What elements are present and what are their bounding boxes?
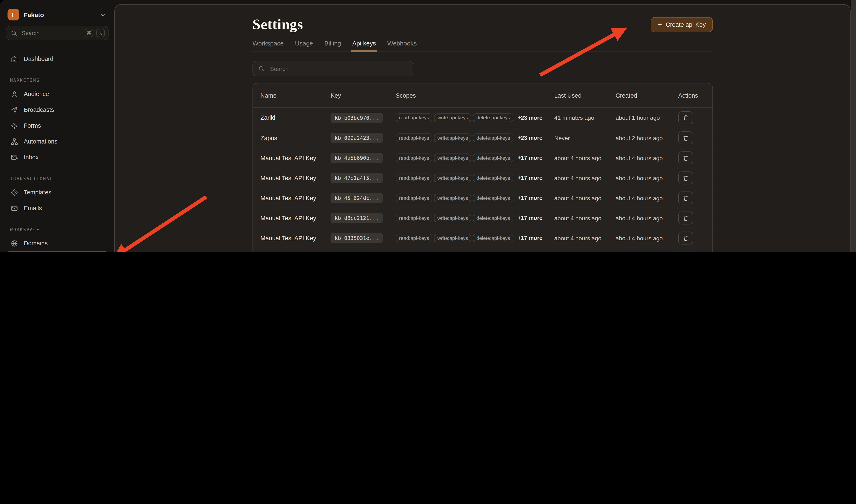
last-used: 41 minutes ago	[554, 114, 616, 121]
sidebar-item-label: Emails	[24, 205, 42, 212]
actions-cell	[678, 151, 712, 164]
last-used: about 4 hours ago	[554, 235, 616, 241]
api-key-cell: kb_d8cc2121...	[331, 213, 396, 223]
tab-billing[interactable]: Billing	[324, 40, 341, 51]
actions-cell	[678, 192, 712, 204]
scope-chip-delete-api-keys: delete:api-keys	[473, 113, 513, 122]
last-used: about 4 hours ago	[554, 155, 616, 161]
delete-key-button[interactable]	[678, 131, 693, 144]
table-search[interactable]	[252, 61, 413, 76]
delete-key-button[interactable]	[678, 232, 693, 245]
scope-chip-read-api-keys: read:api-keys	[396, 214, 432, 222]
column-header-actions: Actions	[678, 92, 712, 99]
delete-key-button[interactable]	[678, 172, 693, 184]
page-title: Settings	[252, 16, 303, 33]
sidebar-item-broadcasts[interactable]: Broadcasts	[6, 102, 108, 118]
sidebar-search-input[interactable]	[21, 30, 82, 36]
api-key-value[interactable]: kb_4a5b690b...	[331, 153, 383, 163]
scrollbar-track[interactable]	[851, 0, 856, 252]
scopes-cell: read:api-keyswrite:api-keysdelete:api-ke…	[396, 214, 554, 222]
sidebar-nav: DashboardMARKETINGAudienceBroadcastsForm…	[6, 51, 108, 252]
delete-key-button[interactable]	[678, 212, 693, 224]
api-key-cell: kb_45f624dc...	[331, 193, 396, 203]
sidebar-item-inbox[interactable]: Inbox	[6, 149, 108, 165]
sidebar-item-domains[interactable]: Domains	[6, 235, 108, 251]
scopes-more-count: +17 more	[518, 235, 542, 241]
delete-key-button[interactable]	[678, 111, 693, 124]
kbd-command: ⌘	[85, 29, 93, 37]
tab-workspace[interactable]: Workspace	[252, 40, 284, 51]
trash-icon	[682, 175, 689, 181]
created: about 2 hours ago	[616, 134, 678, 141]
sidebar-item-dashboard[interactable]: Dashboard	[6, 51, 108, 67]
last-used: Never	[554, 134, 616, 141]
created: about 4 hours ago	[616, 195, 678, 201]
delete-key-button[interactable]	[678, 192, 693, 204]
column-header-name: Name	[261, 92, 331, 99]
inbox-icon	[11, 153, 18, 161]
sidebar-item-label: Templates	[24, 189, 51, 196]
scopes-cell: read:api-keyswrite:api-keysdelete:api-ke…	[396, 234, 554, 242]
scopes-cell: read:api-keyswrite:api-keysdelete:api-ke…	[396, 194, 554, 202]
table-row: Manual Test API Keykb_0335031e...read:ap…	[253, 228, 712, 248]
sidebar-item-forms[interactable]: Forms	[6, 118, 108, 133]
section-label-transactional: TRANSACTIONAL	[10, 176, 104, 181]
tab-webhooks[interactable]: Webhooks	[387, 40, 417, 51]
api-key-name: Zapos	[261, 134, 331, 141]
sidebar-item-label: Domains	[24, 240, 48, 247]
table-row: Manual Test API Keykb_74965845...read:ap…	[253, 248, 712, 252]
actions-cell	[678, 212, 712, 224]
table-search-input[interactable]	[269, 65, 408, 72]
scopes-cell: read:api-keyswrite:api-keysdelete:api-ke…	[396, 154, 554, 162]
scope-chip-delete-api-keys: delete:api-keys	[473, 133, 513, 142]
sidebar-item-settings[interactable]: Settings	[6, 251, 108, 252]
api-key-name: Manual Test API Key	[261, 235, 331, 241]
table-body: Zarikikb_b03bc970...read:api-keyswrite:a…	[253, 108, 712, 252]
actions-cell	[678, 232, 712, 245]
scope-chip-read-api-keys: read:api-keys	[396, 194, 432, 202]
actions-cell	[678, 131, 712, 144]
api-key-value[interactable]: kb_45f624dc...	[331, 193, 383, 203]
scope-chip-write-api-keys: write:api-keys	[434, 214, 471, 222]
home-icon	[11, 55, 18, 63]
scope-chip-read-api-keys: read:api-keys	[396, 113, 432, 122]
api-key-value[interactable]: kb_b03bc970...	[331, 112, 383, 123]
scope-chip-write-api-keys: write:api-keys	[434, 174, 471, 182]
sidebar-item-audience[interactable]: Audience	[6, 86, 108, 102]
api-key-value[interactable]: kb_47e1a4f5...	[331, 173, 383, 183]
scope-chip-delete-api-keys: delete:api-keys	[473, 194, 513, 202]
sidebar-item-templates[interactable]: Templates	[6, 184, 108, 200]
api-key-cell: kb_47e1a4f5...	[331, 173, 396, 183]
tab-api-keys[interactable]: Api keys	[352, 40, 376, 51]
delete-key-button[interactable]	[678, 151, 693, 164]
sidebar-item-emails[interactable]: Emails	[6, 200, 108, 216]
api-key-cell: kb_099a2423...	[331, 133, 396, 143]
diamonds-icon	[11, 122, 18, 129]
main-panel: Settings + Create api Key WorkspaceUsage…	[114, 4, 851, 252]
scopes-more-count: +17 more	[518, 195, 542, 201]
delete-key-button[interactable]	[678, 252, 693, 252]
scopes-more-count: +23 more	[518, 135, 542, 141]
plus-icon: +	[658, 20, 662, 29]
api-key-value[interactable]: kb_d8cc2121...	[331, 213, 383, 223]
last-used: about 4 hours ago	[554, 215, 616, 221]
scope-chip-write-api-keys: write:api-keys	[434, 133, 471, 142]
section-label-workspace: WORKSPACE	[10, 227, 104, 232]
api-key-value[interactable]: kb_099a2423...	[331, 133, 383, 143]
sidebar-search[interactable]: ⌘ k	[6, 26, 108, 40]
api-key-name: Zariki	[261, 114, 331, 121]
api-key-value[interactable]: kb_0335031e...	[331, 233, 383, 243]
table-row: Zarikikb_b03bc970...read:api-keyswrite:a…	[253, 108, 712, 128]
scope-chip-read-api-keys: read:api-keys	[396, 234, 432, 242]
tab-usage[interactable]: Usage	[295, 40, 313, 51]
workspace-switcher[interactable]: F Fakato	[6, 7, 108, 22]
scopes-more-count: +17 more	[518, 175, 542, 181]
create-api-key-button[interactable]: + Create api Key	[650, 17, 713, 32]
last-used: about 4 hours ago	[554, 175, 616, 181]
trash-icon	[682, 215, 689, 221]
trash-icon	[682, 114, 689, 121]
api-key-cell: kb_0335031e...	[331, 233, 396, 243]
scopes-cell: read:api-keyswrite:api-keysdelete:api-ke…	[396, 133, 554, 142]
api-key-cell: kb_b03bc970...	[331, 112, 396, 123]
sidebar-item-automations[interactable]: Automations	[6, 133, 108, 149]
